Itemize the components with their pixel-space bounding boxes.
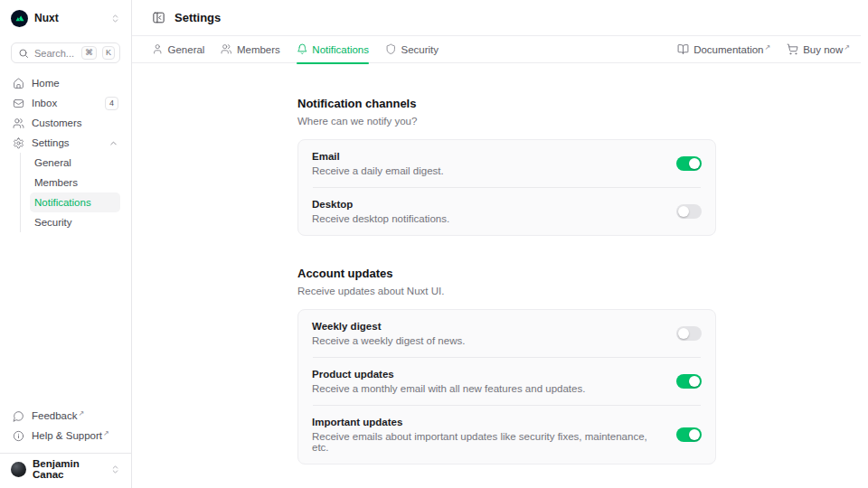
tab-security[interactable]: Security [385, 36, 439, 63]
toggle-knob [678, 206, 689, 217]
external-link-icon: ↗ [103, 429, 109, 437]
tab-notifications[interactable]: Notifications [297, 36, 369, 63]
setting-row-important-updates: Important updates Receive emails about i… [298, 406, 715, 464]
sidebar-item-label: Customers [32, 117, 82, 128]
main-area: Settings General Members Notifications S… [132, 0, 868, 488]
toggle-knob [689, 376, 700, 387]
external-link-icon: ↗ [79, 409, 85, 418]
section-account-updates: Account updates Receive updates about Nu… [297, 267, 716, 465]
search-placeholder: Search... [34, 48, 76, 59]
sidebar: Nuxt Search... ⌘ K Home Inbox 4 [0, 0, 132, 488]
setting-label: Product updates [312, 369, 664, 380]
search-icon [18, 48, 29, 59]
section-description: Receive updates about Nuxt UI. [297, 286, 716, 296]
setting-row-desktop: Desktop Receive desktop notifications. [298, 188, 715, 235]
toggle-knob [689, 429, 700, 440]
sidebar-item-settings[interactable]: Settings [11, 133, 120, 153]
user-name: Benjamin Canac [33, 458, 104, 480]
sidebar-item-members[interactable]: Members [30, 173, 120, 192]
search-input[interactable]: Search... ⌘ K [11, 42, 120, 63]
sidebar-nav: Home Inbox 4 Customers Settings Gener [11, 73, 120, 232]
toggle-knob [689, 158, 700, 169]
cart-icon [787, 43, 798, 55]
tab-members[interactable]: Members [221, 36, 279, 63]
nuxt-logo-icon [11, 10, 28, 27]
sidebar-item-security[interactable]: Security [30, 212, 120, 232]
content-column: Notification channels Where can we notif… [297, 63, 716, 465]
sidebar-item-general[interactable]: General [30, 153, 120, 173]
user-menu[interactable]: Benjamin Canac [11, 457, 120, 481]
user-avatar [11, 462, 26, 477]
page-title: Settings [175, 11, 221, 24]
setting-text: Important updates Receive emails about i… [312, 417, 664, 453]
shield-icon [385, 43, 397, 55]
section-description: Where can we notify you? [297, 116, 716, 127]
home-icon [13, 78, 24, 89]
sidebar-item-label: Help & Support↗ [32, 430, 109, 441]
sidebar-item-label: Feedback↗ [32, 410, 84, 421]
setting-description: Receive desktop notifications. [312, 213, 664, 224]
gear-icon [13, 137, 24, 149]
workspace-switcher[interactable]: Nuxt [11, 9, 120, 27]
section-title: Account updates [297, 267, 716, 280]
setting-label: Desktop [312, 199, 664, 210]
sidebar-item-feedback[interactable]: Feedback↗ [11, 406, 120, 426]
setting-row-email: Email Receive a daily email digest. [298, 140, 715, 187]
sidebar-item-help-support[interactable]: Help & Support↗ [11, 426, 120, 446]
desktop-toggle[interactable] [676, 204, 702, 219]
message-bubble-icon [13, 410, 24, 422]
person-icon [152, 43, 164, 55]
product-updates-toggle[interactable] [676, 374, 702, 389]
section-title: Notification channels [297, 97, 716, 110]
bell-icon [297, 43, 308, 55]
settings-card: Weekly digest Receive a weekly digest of… [297, 309, 716, 465]
inbox-count-badge: 4 [105, 97, 118, 110]
sidebar-item-home[interactable]: Home [11, 73, 120, 93]
setting-text: Desktop Receive desktop notifications. [312, 199, 664, 224]
setting-description: Receive a monthly email with all new fea… [312, 383, 664, 394]
setting-description: Receive a daily email digest. [312, 165, 664, 176]
kbd-k: K [102, 46, 115, 60]
setting-description: Receive a weekly digest of news. [312, 335, 664, 346]
setting-description: Receive emails about important updates l… [312, 431, 664, 453]
buy-now-link[interactable]: Buy now↗ [787, 43, 850, 55]
setting-row-weekly-digest: Weekly digest Receive a weekly digest of… [298, 310, 715, 357]
users-icon [221, 43, 232, 55]
tab-label: Members [237, 44, 280, 55]
sidebar-item-label: Inbox [32, 98, 57, 108]
collapse-sidebar-button[interactable] [152, 11, 165, 24]
settings-card: Email Receive a daily email digest. Desk… [297, 139, 716, 236]
settings-content: Notification channels Where can we notif… [132, 63, 861, 488]
settings-subnav: General Members Notifications Security [20, 153, 120, 232]
setting-label: Weekly digest [312, 321, 664, 332]
email-toggle[interactable] [676, 156, 702, 171]
link-label: Buy now↗ [803, 44, 850, 55]
setting-text: Product updates Receive a monthly email … [312, 369, 664, 394]
weekly-digest-toggle[interactable] [676, 326, 702, 341]
setting-text: Weekly digest Receive a weekly digest of… [312, 321, 664, 346]
setting-row-product-updates: Product updates Receive a monthly email … [298, 358, 715, 405]
page-header: Settings [132, 0, 861, 36]
inbox-icon [13, 98, 24, 109]
tab-label: General [168, 44, 205, 55]
sidebar-item-label: Settings [32, 137, 70, 148]
chevron-up-icon [108, 138, 118, 148]
kbd-meta: ⌘ [81, 46, 97, 60]
external-link-icon: ↗ [764, 43, 770, 52]
sidebar-item-notifications[interactable]: Notifications [30, 192, 120, 212]
sidebar-spacer [11, 232, 120, 406]
tab-label: Notifications [312, 44, 369, 55]
toggle-knob [678, 328, 689, 339]
tab-general[interactable]: General [152, 36, 204, 63]
important-updates-toggle[interactable] [676, 427, 702, 442]
documentation-link[interactable]: Documentation↗ [677, 43, 770, 55]
setting-label: Important updates [312, 417, 664, 427]
sidebar-item-inbox[interactable]: Inbox 4 [11, 93, 120, 113]
section-notification-channels: Notification channels Where can we notif… [297, 97, 716, 236]
setting-label: Email [312, 151, 664, 162]
book-open-icon [677, 43, 689, 55]
sidebar-item-label: Home [32, 78, 60, 89]
sidebar-item-customers[interactable]: Customers [11, 113, 120, 133]
info-circle-icon [13, 430, 24, 442]
tab-label: Security [401, 44, 439, 55]
